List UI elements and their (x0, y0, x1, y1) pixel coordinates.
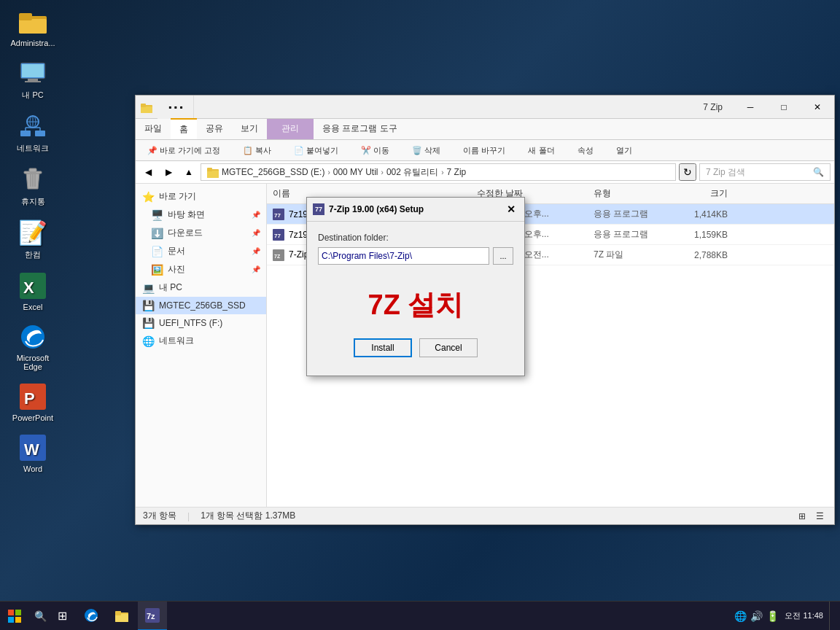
sidebar-item-downloads[interactable]: ⬇️ 다운로드 📌 (136, 224, 266, 242)
sidebar-item-mypc[interactable]: 💻 내 PC (136, 279, 266, 297)
list-view-button[interactable]: ⊞ (795, 509, 809, 524)
ribbon-paste-btn[interactable]: 📄 붙여넣기 (288, 144, 344, 158)
dialog-close-button[interactable]: ✕ (504, 202, 518, 217)
ribbon-properties-btn[interactable]: 속성 (572, 144, 599, 158)
path-part-3[interactable]: 002 유틸리티 (386, 166, 438, 179)
windows-logo (8, 610, 21, 623)
desktop-icon-admin[interactable]: Administra... (7, 7, 58, 47)
taskbar-7zip[interactable]: 7z (138, 602, 167, 631)
desktop-icon-edge[interactable]: Microsoft Edge (7, 322, 58, 371)
ribbon-delete-btn[interactable]: 🗑️ 삭제 (406, 144, 446, 158)
svg-rect-32 (207, 171, 219, 178)
desktop: Administra... 내 PC (0, 0, 840, 630)
install-button[interactable]: Install (354, 338, 412, 357)
status-view-buttons: ⊞ ☰ (795, 509, 827, 524)
file-size-cell: 1,159KB (675, 228, 734, 241)
minimize-button[interactable]: ─ (734, 96, 767, 119)
drive-icon: 💾 (141, 300, 155, 311)
desktop-icon-label: 내 PC (22, 90, 43, 101)
tray-battery-icon[interactable]: 🔋 (766, 610, 779, 622)
taskbar-clock[interactable]: 오전 11:48 (785, 610, 823, 621)
svg-rect-17 (29, 168, 36, 172)
tray-network-icon[interactable]: 🌐 (734, 610, 747, 622)
taskbar-edge[interactable] (77, 602, 106, 631)
desktop-icon-mypc[interactable]: 내 PC (7, 58, 58, 101)
search-icon[interactable]: 🔍 (813, 167, 824, 177)
desktop-icon-excel[interactable]: X Excel (7, 271, 58, 311)
ribbon-tabs: 파일 홈 공유 보기 관리 응용 프로그램 도구 (136, 119, 834, 140)
title-bar-controls: ─ □ ✕ (734, 96, 834, 119)
desktop-icon-label: Word (23, 464, 42, 473)
dialog-title-bar: 77 7-Zip 19.00 (x64) Setup ✕ (307, 198, 524, 222)
destination-input-row: ... (318, 247, 513, 265)
sidebar-item-desktop[interactable]: 🖥️ 바탕 화면 📌 (136, 206, 266, 224)
pictures-icon: 🖼️ (150, 264, 163, 276)
address-path-bar[interactable]: MGTEC_256GB_SSD (E:) › 000 MY Util › 002… (201, 163, 676, 181)
sidebar-item-label: UEFI_NTFS (F:) (159, 318, 222, 328)
desktop-icon-label: 네트워크 (17, 143, 49, 154)
ribbon-tab-share[interactable]: 공유 (197, 119, 232, 139)
start-button[interactable] (0, 602, 29, 631)
sidebar-item-uefi[interactable]: 💾 UEFI_NTFS (F:) (136, 314, 266, 332)
taskbar-explorer[interactable] (107, 602, 136, 631)
word-icon: W (18, 433, 47, 462)
tray-volume-icon[interactable]: 🔊 (750, 610, 763, 622)
sidebar-item-quickaccess[interactable]: ⭐ 바로 가기 (136, 187, 266, 206)
maximize-button[interactable]: □ (767, 96, 801, 119)
explorer-taskbar-icon (114, 608, 129, 623)
path-part-4[interactable]: 7 Zip (447, 167, 467, 177)
desktop-icon-ppt[interactable]: P PowerPoint (7, 382, 58, 422)
close-button[interactable]: ✕ (801, 96, 834, 119)
ribbon-tab-home[interactable]: 홈 (171, 118, 197, 139)
browse-button[interactable]: ... (493, 247, 513, 265)
dialog-title: 7-Zip 19.00 (x64) Setup (329, 204, 424, 214)
ribbon-move-btn[interactable]: ✂️ 이동 (355, 144, 395, 158)
sidebar-item-pictures[interactable]: 🖼️ 사진 📌 (136, 260, 266, 279)
ribbon-copy-btn[interactable]: 📋 복사 (237, 144, 277, 158)
ribbon-tab-manage[interactable]: 관리 (267, 119, 314, 139)
title-bar-tabs: ▪ ▪ ▪ (158, 96, 692, 119)
edge-icon (18, 322, 47, 351)
taskbar-right: 🌐 🔊 🔋 오전 11:48 (734, 602, 840, 631)
svg-rect-1 (19, 19, 47, 34)
ribbon-open-btn[interactable]: 열기 (610, 144, 638, 158)
sidebar-item-mgtec[interactable]: 💾 MGTEC_256GB_SSD (136, 297, 266, 314)
detail-view-button[interactable]: ☰ (812, 509, 827, 524)
title-tab-1: ▪ ▪ ▪ (158, 96, 194, 119)
mypc-icon: 💻 (141, 282, 155, 294)
forward-button[interactable]: ▶ (160, 163, 177, 181)
ribbon-tab-view[interactable]: 보기 (232, 119, 267, 139)
task-view-button[interactable]: ⊞ (51, 602, 73, 631)
refresh-button[interactable]: ↻ (679, 163, 696, 181)
downloads-icon: ⬇️ (150, 228, 163, 239)
svg-rect-33 (207, 168, 212, 171)
svg-rect-5 (28, 79, 38, 81)
archive-file-icon: 7Z (273, 249, 284, 261)
destination-input[interactable] (318, 247, 489, 265)
file-type-cell: 응용 프로그램 (588, 206, 675, 222)
ribbon-tab-file[interactable]: 파일 (136, 119, 171, 139)
ribbon-tab-app-tools[interactable]: 응용 프로그램 도구 (314, 119, 406, 139)
col-header-type[interactable]: 유형 (588, 186, 675, 201)
ribbon-pin-btn[interactable]: 📌 바로 가기에 고정 (141, 144, 226, 158)
ribbon-new-folder-btn[interactable]: 새 폴더 (522, 144, 560, 158)
desktop-icon-korean[interactable]: 📝 한컴 (7, 218, 58, 260)
taskbar-search-button[interactable]: 🔍 (29, 602, 51, 631)
back-button[interactable]: ◀ (139, 163, 157, 181)
sidebar-item-documents[interactable]: 📄 문서 📌 (136, 242, 266, 260)
path-part-1[interactable]: MGTEC_256GB_SSD (E:) (222, 167, 324, 177)
svg-text:W: W (24, 440, 39, 459)
ribbon-rename-btn[interactable]: 이름 바꾸기 (457, 144, 511, 158)
sidebar-item-network[interactable]: 🌐 네트워크 (136, 332, 266, 350)
desktop-icon-word[interactable]: W Word (7, 433, 58, 473)
status-items-count: 3개 항목 (143, 510, 176, 522)
show-desktop-button[interactable] (829, 602, 833, 631)
up-button[interactable]: ▲ (180, 163, 198, 181)
computer-icon (18, 58, 47, 88)
desktop-icon-network[interactable]: 네트워크 (7, 112, 58, 154)
col-header-size[interactable]: 크기 (675, 186, 734, 201)
desktop-icon-recycle[interactable]: 휴지통 (7, 165, 58, 207)
path-part-2[interactable]: 000 MY Util (333, 167, 378, 177)
network-icon (18, 112, 47, 141)
cancel-button[interactable]: Cancel (419, 338, 478, 357)
